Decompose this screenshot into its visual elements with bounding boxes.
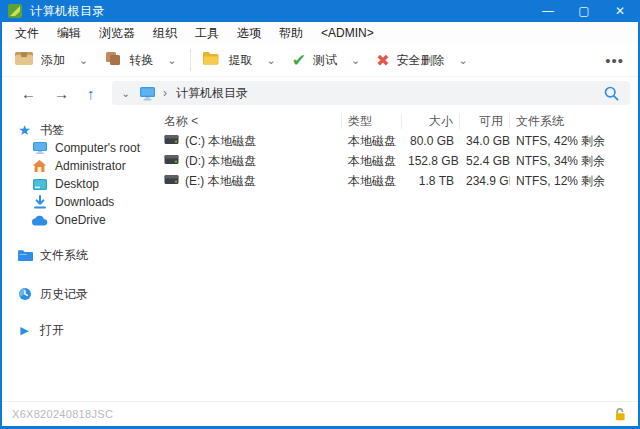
- drive-free: 52.4 GB: [460, 154, 510, 168]
- play-icon: ▶: [16, 325, 33, 336]
- toolbar-separator: [190, 49, 191, 71]
- column-header-free[interactable]: 可用: [460, 113, 510, 129]
- add-button-label: 添加: [41, 52, 65, 69]
- drive-free: 234.9 GB: [460, 174, 510, 188]
- sidebar-item-label: Desktop: [55, 177, 99, 191]
- drive-free: 34.0 GB: [460, 134, 510, 148]
- up-button[interactable]: ↑: [78, 85, 104, 102]
- sidebar-item-label: Administrator: [55, 159, 126, 173]
- hard-drive-icon: [164, 154, 179, 168]
- sidebar-section-filesystem[interactable]: 文件系统: [2, 246, 152, 264]
- monitor-icon: [31, 141, 48, 155]
- sidebar-item-label: OneDrive: [55, 213, 106, 227]
- drive-filesystem: NTFS, 12% 剩余: [510, 173, 634, 190]
- sidebar-item-label: 历史记录: [40, 286, 88, 303]
- test-button-label: 测试: [313, 52, 337, 69]
- secure-delete-button[interactable]: ✖ 安全删除: [370, 46, 450, 74]
- drive-size: 1.8 TB: [402, 174, 460, 188]
- menu-item-admin[interactable]: <ADMIN>: [312, 22, 383, 44]
- sidebar-item-computers-root[interactable]: Computer's root: [2, 139, 152, 157]
- sidebar-item-label: Downloads: [55, 195, 114, 209]
- address-dropdown-chevron-icon[interactable]: ⌄: [122, 88, 130, 99]
- table-header: 名称 < 类型 大小 可用 文件系统: [158, 111, 634, 131]
- close-button[interactable]: ✕: [602, 0, 638, 22]
- secure-delete-button-label: 安全删除: [397, 52, 445, 69]
- sidebar-item-label: 文件系统: [40, 247, 88, 264]
- navigation-bar: ← → ↑ ⌄ › 计算机根目录: [2, 77, 638, 109]
- toolbar-more-button[interactable]: •••: [605, 52, 624, 69]
- window-title: 计算机根目录: [30, 3, 105, 20]
- content-area: ★ 书签 Computer's root Administrator Desk: [2, 109, 638, 401]
- convert-icon: [104, 50, 122, 70]
- column-header-size[interactable]: 大小: [402, 113, 460, 129]
- search-icon[interactable]: [603, 85, 620, 102]
- sidebar-section-bookmarks[interactable]: ★ 书签: [2, 121, 152, 139]
- extract-folder-icon: [201, 50, 221, 70]
- status-text: X6X820240818JSC: [12, 408, 113, 420]
- sidebar-item-onedrive[interactable]: OneDrive: [2, 211, 152, 229]
- hard-drive-icon: [164, 134, 179, 148]
- test-dropdown-chevron-icon[interactable]: ⌄: [343, 54, 370, 67]
- menu-item-file[interactable]: 文件: [6, 22, 48, 44]
- toolbar: 添加 ⌄ 转换 ⌄ 提取 ⌄ ✔ 测试 ⌄ ✖ 安全删除 ⌄ •••: [2, 44, 638, 77]
- column-header-name[interactable]: 名称 <: [158, 113, 342, 129]
- app-logo-icon: [8, 4, 22, 18]
- add-dropdown-chevron-icon[interactable]: ⌄: [71, 54, 98, 67]
- menu-item-browser[interactable]: 浏览器: [90, 22, 144, 44]
- test-check-icon: ✔: [292, 50, 306, 71]
- sidebar-item-desktop[interactable]: Desktop: [2, 175, 152, 193]
- secure-delete-dropdown-chevron-icon[interactable]: ⌄: [451, 54, 478, 67]
- column-header-type[interactable]: 类型: [342, 113, 402, 129]
- drive-size: 80.0 GB: [402, 134, 460, 148]
- extract-dropdown-chevron-icon[interactable]: ⌄: [258, 54, 285, 67]
- extract-button-label: 提取: [228, 52, 252, 69]
- test-button[interactable]: ✔ 测试: [286, 46, 343, 74]
- desktop-icon: [31, 178, 48, 191]
- menu-item-tools[interactable]: 工具: [186, 22, 228, 44]
- table-row-drive-d[interactable]: (D:) 本地磁盘 本地磁盘 152.8 GB 52.4 GB NTFS, 34…: [158, 151, 634, 171]
- history-clock-icon: [16, 287, 33, 301]
- archive-add-icon: [14, 50, 34, 70]
- convert-dropdown-chevron-icon[interactable]: ⌄: [159, 54, 186, 67]
- titlebar: 计算机根目录 — ▢ ✕: [2, 0, 638, 22]
- back-button[interactable]: ←: [12, 85, 45, 102]
- maximize-button[interactable]: ▢: [566, 0, 602, 22]
- menu-item-help[interactable]: 帮助: [270, 22, 312, 44]
- column-header-filesystem[interactable]: 文件系统: [510, 113, 634, 129]
- convert-button-label: 转换: [129, 52, 153, 69]
- address-bar[interactable]: ⌄ › 计算机根目录: [112, 81, 631, 105]
- breadcrumb-separator-icon: ›: [163, 86, 167, 100]
- sidebar-item-label: 打开: [40, 322, 64, 339]
- drive-name: (E:) 本地磁盘: [185, 173, 256, 190]
- sidebar-item-administrator[interactable]: Administrator: [2, 157, 152, 175]
- drive-type: 本地磁盘: [342, 173, 402, 190]
- sidebar-item-downloads[interactable]: Downloads: [2, 193, 152, 211]
- drive-type: 本地磁盘: [342, 133, 402, 150]
- home-icon: [31, 159, 48, 173]
- drive-type: 本地磁盘: [342, 153, 402, 170]
- menu-item-options[interactable]: 选项: [228, 22, 270, 44]
- table-row-drive-c[interactable]: (C:) 本地磁盘 本地磁盘 80.0 GB 34.0 GB NTFS, 42%…: [158, 131, 634, 151]
- app-window: 计算机根目录 — ▢ ✕ 文件 编辑 浏览器 组织 工具 选项 帮助 <ADMI…: [0, 0, 640, 429]
- drive-name: (D:) 本地磁盘: [185, 153, 256, 170]
- convert-button[interactable]: 转换: [98, 46, 159, 74]
- sidebar-section-open[interactable]: ▶ 打开: [2, 321, 152, 339]
- breadcrumb[interactable]: 计算机根目录: [176, 85, 248, 102]
- bookmarks-label: 书签: [40, 122, 64, 139]
- drive-filesystem: NTFS, 42% 剩余: [510, 133, 634, 150]
- table-row-drive-e[interactable]: (E:) 本地磁盘 本地磁盘 1.8 TB 234.9 GB NTFS, 12%…: [158, 171, 634, 191]
- computer-monitor-icon: [139, 86, 156, 101]
- unlocked-padlock-icon[interactable]: [613, 407, 628, 422]
- menu-item-organize[interactable]: 组织: [144, 22, 186, 44]
- forward-button[interactable]: →: [45, 85, 78, 102]
- sidebar-section-history[interactable]: 历史记录: [2, 285, 152, 303]
- sidebar: ★ 书签 Computer's root Administrator Desk: [2, 109, 152, 401]
- menu-item-edit[interactable]: 编辑: [48, 22, 90, 44]
- add-button[interactable]: 添加: [8, 46, 71, 74]
- menubar: 文件 编辑 浏览器 组织 工具 选项 帮助 <ADMIN>: [2, 22, 638, 44]
- sidebar-item-label: Computer's root: [55, 141, 140, 155]
- extract-button[interactable]: 提取: [195, 46, 258, 74]
- minimize-button[interactable]: —: [530, 0, 566, 22]
- cloud-icon: [31, 215, 48, 226]
- secure-delete-icon: ✖: [376, 51, 389, 70]
